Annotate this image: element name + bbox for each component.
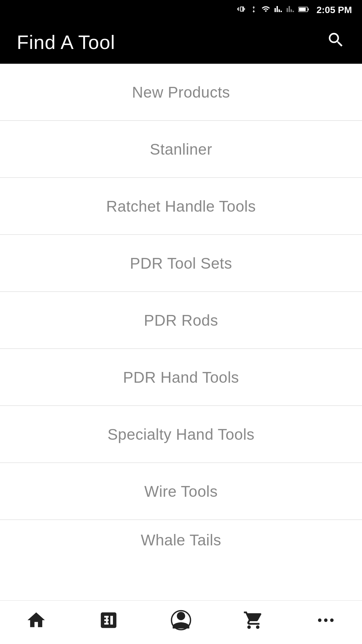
menu-item-label: PDR Tool Sets [130,254,232,272]
cart-icon [243,610,264,635]
signal-icon [274,5,282,15]
menu-item-pdr-tool-sets[interactable]: PDR Tool Sets [0,235,362,292]
vibrate-icon [237,5,246,16]
menu-item-label: PDR Rods [144,311,218,329]
more-icon [315,610,336,635]
status-time: 2:05 PM [316,5,352,15]
svg-rect-3 [104,616,106,618]
menu-item-label: Whale Tails [141,531,221,549]
nav-profile[interactable] [154,601,208,644]
status-bar-right: 2:05 PM [237,5,352,16]
signal-outline-icon [286,5,294,15]
nav-more[interactable] [299,601,353,644]
app-bar: Find A Tool [0,20,362,64]
svg-rect-1 [308,8,309,10]
checklist-icon [98,610,119,635]
svg-point-6 [324,619,327,622]
menu-item-whale-tails[interactable]: Whale Tails [0,520,362,560]
menu-item-pdr-rods[interactable]: PDR Rods [0,292,362,349]
nav-checklist[interactable] [82,601,135,644]
menu-item-label: PDR Hand Tools [123,368,239,386]
menu-item-label: Stanliner [150,140,212,158]
menu-item-pdr-hand-tools[interactable]: PDR Hand Tools [0,349,362,406]
menu-item-label: Wire Tools [144,482,218,500]
search-icon[interactable] [326,31,345,53]
bottom-nav [0,600,362,644]
menu-item-stanliner[interactable]: Stanliner [0,121,362,178]
battery-icon [298,5,309,15]
status-bar: 2:05 PM [0,0,362,20]
wifi-icon [261,5,270,16]
menu-item-new-products[interactable]: New Products [0,64,362,121]
menu-item-ratchet-handle-tools[interactable]: Ratchet Handle Tools [0,178,362,235]
home-icon [26,610,47,635]
svg-point-5 [318,619,321,622]
svg-rect-2 [299,8,306,11]
page-title: Find A Tool [17,31,115,53]
menu-item-label: Specialty Hand Tools [108,425,255,443]
menu-item-wire-tools[interactable]: Wire Tools [0,463,362,520]
profile-icon [171,610,191,635]
nav-cart[interactable] [227,601,280,644]
arrows-updown-icon [250,5,257,15]
nav-home[interactable] [9,601,63,644]
svg-point-7 [330,619,334,622]
menu-item-label: New Products [132,83,230,101]
menu-item-specialty-hand-tools[interactable]: Specialty Hand Tools [0,406,362,463]
menu-item-label: Ratchet Handle Tools [106,197,256,215]
menu-list: New ProductsStanlinerRatchet Handle Tool… [0,64,362,600]
